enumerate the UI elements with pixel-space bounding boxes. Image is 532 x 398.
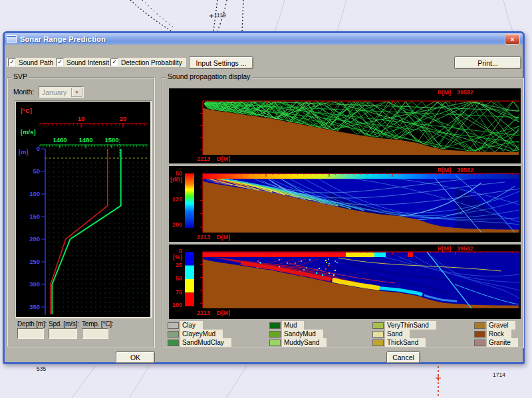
- map-depth-label: 1714: [493, 372, 505, 378]
- probability-scale-tick: 25: [170, 262, 182, 268]
- legend-swatch: [168, 331, 179, 338]
- legend-item: Granite: [474, 338, 518, 347]
- legend-label: SandyMud: [282, 330, 323, 338]
- legend-item: ClayeyMud: [168, 330, 223, 338]
- legend-item: Rock: [474, 330, 511, 338]
- dropdown-arrow-button[interactable]: ▼: [71, 88, 82, 97]
- legend-swatch: [474, 331, 485, 338]
- input-settings-button[interactable]: Input Settings ...: [189, 56, 253, 69]
- svg-text:[°C]: [°C]: [21, 107, 32, 114]
- checkmark-icon: ✓: [112, 59, 117, 65]
- month-select[interactable]: January ▼: [39, 86, 84, 98]
- legend-item: ThickSand: [372, 338, 426, 347]
- checkbox-label: Detection Probability: [121, 59, 182, 66]
- legend-swatch: [269, 340, 281, 346]
- checkbox-detection-probability[interactable]: ✓ Detection Probability: [109, 58, 186, 67]
- legend-label: MuddySand: [282, 338, 327, 347]
- sound-path-plot: R[M]39582 2213D[M]: [169, 88, 521, 163]
- svg-text:0: 0: [37, 145, 40, 152]
- legend-swatch: [372, 322, 384, 329]
- svg-text:1460: 1460: [53, 136, 66, 144]
- ok-button[interactable]: OK: [116, 351, 155, 363]
- close-icon: ×: [510, 35, 514, 43]
- sound-propagation-group-label: Sound propagation display: [166, 73, 252, 81]
- checkbox-box[interactable]: ✓: [56, 58, 64, 66]
- legend-label: VeryThinSand: [385, 321, 436, 330]
- legend-label: Clay: [180, 321, 203, 330]
- legend-item: Mud: [269, 321, 304, 330]
- probability-scale-tick: 50: [170, 276, 182, 282]
- svg-text:200: 200: [29, 235, 40, 243]
- temp-input[interactable]: [82, 328, 108, 339]
- depth-input[interactable]: [17, 328, 44, 339]
- speed-input[interactable]: [49, 328, 77, 339]
- window-titlebar[interactable]: Sonar Range Prediction ×: [5, 33, 523, 45]
- app-icon: [7, 35, 17, 43]
- legend-item: SandyMud: [269, 330, 323, 338]
- checkmark-icon: ✓: [9, 59, 15, 65]
- checkbox-box[interactable]: ✓: [8, 58, 16, 66]
- range-axis-label: R[M]39582: [438, 167, 473, 173]
- depth-field-label: Depth [m]:: [17, 320, 47, 328]
- svg-text:100: 100: [29, 190, 40, 197]
- legend-swatch: [269, 322, 281, 329]
- screen: 1119 535 1714 Sonar Range Prediction × ✓…: [0, 0, 532, 398]
- legend-item: Gravel: [474, 321, 515, 330]
- probability-scale-unit: [%]: [170, 254, 182, 260]
- cancel-button[interactable]: Cancel: [386, 351, 420, 363]
- depth-axis-label: 2213D[M]: [197, 310, 230, 316]
- legend-label: Gravel: [487, 321, 515, 330]
- month-label: Month:: [13, 88, 34, 96]
- close-button[interactable]: ×: [505, 34, 520, 45]
- legend-item: VeryThinSand: [372, 321, 436, 330]
- month-value: January: [39, 88, 71, 96]
- legend-item: Clay: [168, 321, 203, 330]
- svg-text:[m]: [m]: [19, 148, 29, 155]
- checkmark-icon: ✓: [57, 59, 63, 65]
- legend-label: Granite: [487, 338, 518, 347]
- svg-text:350: 350: [29, 303, 40, 310]
- svp-group-label: SVP: [11, 73, 29, 81]
- legend-swatch: [474, 340, 485, 346]
- svg-text:[m/s]: [m/s]: [21, 128, 36, 136]
- speed-field-label: Spd. [m/s]:: [49, 320, 79, 328]
- detection-probability-plot: R[M]39582 2213D[M] 0 [%] 25 50 75 100: [169, 245, 521, 319]
- legend-label: ClayeyMud: [180, 330, 223, 338]
- probability-scale-tick: 100: [170, 302, 182, 308]
- map-contour-label: 1119: [214, 13, 226, 19]
- checkbox-sound-path[interactable]: ✓ Sound Path: [7, 58, 57, 67]
- depth-axis-label: 2213D[M]: [197, 156, 230, 162]
- legend-label: ThickSand: [385, 338, 426, 347]
- sound-intensity-plot: R[M]39582 2213D[M] 50 [dB] 125 200: [169, 166, 521, 242]
- legend-swatch: [372, 331, 384, 338]
- svg-text:50: 50: [33, 167, 40, 175]
- chevron-down-icon: ▼: [75, 90, 79, 94]
- map-depth-label: 535: [37, 366, 46, 372]
- svg-text:10: 10: [78, 115, 85, 122]
- svg-text:150: 150: [29, 213, 40, 220]
- legend-item: MuddySand: [269, 338, 327, 347]
- svg-text:1500: 1500: [104, 136, 118, 144]
- temp-field-label: Temp. [°C]:: [82, 320, 113, 328]
- legend-label: Rock: [487, 330, 511, 338]
- legend-swatch: [372, 340, 384, 346]
- window-title: Sonar Range Prediction: [20, 35, 106, 43]
- depth-axis-label: 2213D[M]: [197, 235, 230, 241]
- checkbox-sound-intensity[interactable]: ✓ Sound Intensity: [55, 58, 116, 67]
- legend-label: Mud: [282, 321, 304, 330]
- range-axis-label: R[M]39582: [438, 90, 473, 96]
- intensity-scale-tick: 200: [170, 222, 182, 228]
- probability-scale-tick: 75: [170, 290, 182, 296]
- legend-item: Sand: [372, 330, 410, 338]
- print-button[interactable]: Print...: [454, 56, 521, 69]
- checkbox-box[interactable]: ✓: [110, 58, 118, 66]
- checkbox-label: Sound Path: [19, 59, 53, 66]
- range-axis-label: R[M]39582: [438, 246, 473, 252]
- legend-swatch: [168, 322, 179, 329]
- intensity-scale-tick: 125: [170, 197, 182, 203]
- checkbox-label: Sound Intensity: [66, 59, 112, 66]
- legend-item: SandMudClay: [168, 338, 231, 347]
- legend-label: Sand: [385, 330, 410, 338]
- intensity-scale-unit: [dB]: [170, 177, 182, 183]
- legend-swatch: [168, 340, 179, 346]
